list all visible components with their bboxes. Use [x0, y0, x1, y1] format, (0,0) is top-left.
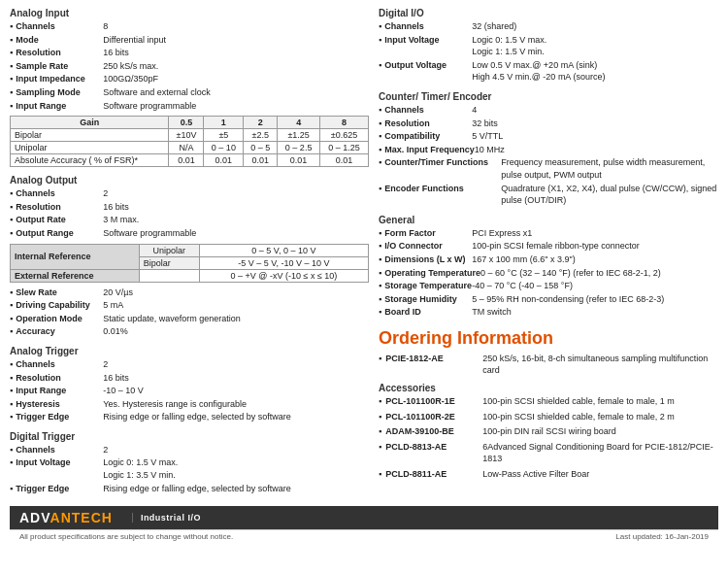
ordering-title: Ordering Information	[379, 328, 718, 349]
item-label: Channels	[384, 20, 472, 33]
item-value: 100-pin SCSI female ribbon-type connecto…	[472, 240, 718, 253]
item-value: 16 bits	[103, 47, 369, 59]
analog-input-list: ▪ Channels 8 ▪ Mode Differential input ▪…	[10, 20, 369, 112]
item-label: Operating Temperature	[384, 267, 480, 280]
table-cell: 0 – 2.5	[278, 142, 320, 154]
table-row: Unipolar N/A 0 – 10 0 – 5 0 – 2.5 0 – 1.…	[11, 142, 369, 154]
table-cell: -5 V – 5 V, -10 V – 10 V	[199, 256, 368, 269]
item-label: Board ID	[384, 306, 472, 319]
item-value: 2	[103, 187, 369, 200]
item-value: -10 – 10 V	[103, 385, 369, 397]
list-item: ▪ Input Voltage Logic 0: 1.5 V max.Logic…	[379, 34, 718, 58]
order-code: PCL-101100R-1E	[385, 395, 482, 408]
footer-subtitle: Industrial I/O	[132, 513, 201, 523]
list-item: ▪ Encoder Functions Quadrature (X1, X2, …	[379, 183, 718, 207]
analog-output-list2: ▪ Slew Rate 20 V/µs ▪ Driving Capability…	[10, 287, 369, 338]
list-item: ▪ PCL-101100R-2E 100-pin SCSI shielded c…	[379, 411, 718, 423]
item-value: Yes. Hysteresis range is configurable	[103, 398, 369, 411]
table-cell: Bipolar	[11, 129, 169, 142]
item-label: Max. Input Frequency	[384, 144, 475, 156]
list-item: ▪ PCLD-8813-AE 6Advanced Signal Conditio…	[379, 441, 718, 465]
list-item: ▪ Channels 4	[379, 104, 718, 117]
item-label: Output Range	[16, 227, 103, 240]
item-value: Logic 0: 1.5 V max.Logic 1: 1.5 V min.	[472, 34, 718, 58]
list-item: ▪ Channels 8	[10, 20, 369, 33]
table-cell: ±0.625	[320, 129, 369, 142]
general-list: ▪ Form Factor PCI Express x1 ▪ I/O Conne…	[379, 227, 718, 319]
item-value: 16 bits	[103, 201, 369, 214]
counter-timer-title: Counter/ Timer/ Encoder	[379, 91, 718, 102]
analog-trigger-title: Analog Trigger	[10, 346, 369, 356]
bullet: ▪	[379, 267, 381, 280]
item-label: Channels	[16, 187, 103, 200]
list-item: ▪ Resolution 32 bits	[379, 118, 718, 130]
item-value: 5 – 95% RH non-condensing (refer to IEC …	[472, 293, 718, 306]
table-cell: External Reference	[11, 269, 140, 282]
table-header: 2	[244, 117, 278, 129]
order-desc: Low-Pass Active Filter Boar	[482, 468, 718, 481]
analog-output-list: ▪ Channels 2 ▪ Resolution 16 bits ▪ Outp…	[10, 187, 369, 239]
list-item: ▪ Trigger Edge Rising edge or falling ed…	[10, 411, 369, 423]
table-cell: Unipolar	[139, 244, 199, 256]
list-item: ▪ Form Factor PCI Express x1	[379, 227, 718, 240]
item-label: Input Range	[16, 100, 103, 113]
item-label: Counter/Timer Functions	[384, 156, 501, 181]
list-item: ▪ Resolution 16 bits	[10, 201, 369, 214]
item-label: Output Voltage	[384, 59, 472, 84]
item-value: Software programmable	[103, 100, 369, 113]
list-item: ▪ Operating Temperature 0 – 60 °C (32 – …	[379, 267, 718, 280]
order-desc: 6Advanced Signal Conditioning Board for …	[482, 441, 718, 465]
list-item: ▪ PCL-101100R-1E 100-pin SCSI shielded c…	[379, 395, 718, 408]
item-label: Storage Humidity	[384, 293, 472, 306]
table-cell: 0.01	[278, 154, 320, 167]
footer-left-note: All product specifications are subject t…	[19, 532, 233, 541]
bullet: ▪	[379, 280, 381, 292]
list-item: ▪ Output Range Software programmable	[10, 227, 369, 240]
list-item: ▪ Accuracy 0.01%	[10, 325, 369, 338]
item-value: -40 – 70 °C (-40 – 158 °F)	[472, 280, 718, 292]
footer-logo: ADVANTECH	[19, 510, 113, 525]
bullet: ▪	[10, 86, 13, 99]
bullet: ▪	[379, 156, 381, 181]
bullet: ▪	[10, 456, 13, 481]
item-label: Input Range	[16, 385, 103, 397]
item-value: 5 mA	[103, 299, 369, 312]
order-code: PCL-101100R-2E	[385, 411, 482, 423]
item-value: 20 V/µs	[103, 287, 369, 299]
table-header: 1	[204, 117, 244, 129]
table-cell: 0 – +V @ -xV (-10 ≤ x ≤ 10)	[199, 269, 368, 282]
footer: ADVANTECH Industrial I/O	[10, 506, 718, 529]
bullet: ▪	[10, 287, 13, 299]
item-label: Mode	[16, 34, 103, 47]
order-desc: 100-pin SCSI shielded cable, female to m…	[482, 411, 718, 423]
item-label: Channels	[16, 358, 103, 371]
bullet: ▪	[379, 20, 381, 33]
bullet: ▪	[379, 253, 381, 266]
list-item: ▪ Hysteresis Yes. Hysteresis range is co…	[10, 398, 369, 411]
bullet: ▪	[10, 299, 13, 312]
item-label: Operation Mode	[16, 313, 103, 325]
list-item: ▪ Sampling Mode Software and external cl…	[10, 86, 369, 99]
bullet: ▪	[379, 118, 381, 130]
list-item: ▪ Counter/Timer Functions Frequency meas…	[379, 156, 718, 181]
item-label: Channels	[16, 444, 103, 456]
bullet: ▪	[379, 425, 381, 438]
table-row: External Reference 0 – +V @ -xV (-10 ≤ x…	[11, 269, 369, 282]
analog-trigger-list: ▪ Channels 2 ▪ Resolution 16 bits ▪ Inpu…	[10, 358, 369, 423]
item-label: Hysteresis	[16, 398, 103, 411]
item-value: Software programmable	[103, 227, 369, 240]
item-label: Storage Temperature	[384, 280, 472, 292]
digital-io-title: Digital I/O	[379, 8, 718, 18]
list-item: ▪ Slew Rate 20 V/µs	[10, 287, 369, 299]
bullet: ▪	[379, 395, 381, 408]
item-label: Input Impedance	[16, 73, 103, 85]
list-item: ▪ Storage Humidity 5 – 95% RH non-conden…	[379, 293, 718, 306]
table-cell: Absolute Accuracy ( % of FSR)*	[11, 154, 169, 167]
list-item: ▪ PCIE-1812-AE 250 kS/s, 16-bit, 8-ch si…	[379, 353, 718, 377]
list-item: ▪ Input Impedance 100GΩ/350pF	[10, 73, 369, 85]
bullet: ▪	[10, 372, 13, 385]
bullet: ▪	[10, 214, 13, 226]
bullet: ▪	[379, 59, 381, 84]
list-item: ▪ ADAM-39100-BE 100-pin DIN rail SCSI wi…	[379, 425, 718, 438]
bullet: ▪	[379, 441, 381, 465]
